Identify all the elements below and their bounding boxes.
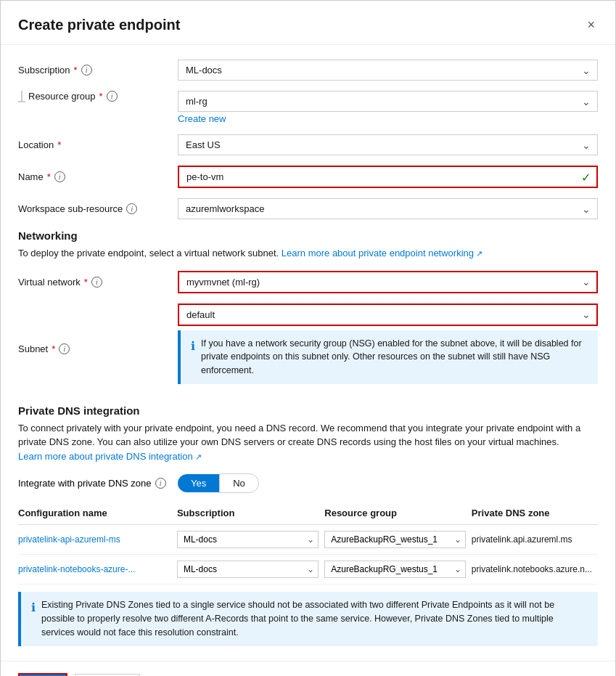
workspace-sub-resource-label: Workspace sub-resource i xyxy=(18,203,178,214)
dns-resource-group: AzureBackupRG_westus_1 xyxy=(324,525,472,555)
private-dns-section-desc: To connect privately with your private e… xyxy=(18,421,598,464)
resource-group-select-wrapper: ml-rg xyxy=(178,91,598,112)
virtual-network-control: myvmvnet (ml-rg) xyxy=(178,271,598,293)
resource-group-label: Resource group * i xyxy=(25,91,185,102)
virtual-network-row: Virtual network * i myvmvnet (ml-rg) xyxy=(18,271,598,293)
create-new-link[interactable]: Create new xyxy=(178,113,226,124)
location-control: East US xyxy=(178,134,598,155)
name-info-icon[interactable]: i xyxy=(54,171,65,182)
resource-group-section: Resource group * i ml-rg Create new xyxy=(18,91,598,124)
dns-subscription: ML-docs xyxy=(177,555,324,585)
subscription-select-wrapper: ML-docs xyxy=(178,60,598,81)
resource-group-info-icon[interactable]: i xyxy=(107,91,118,102)
col-config-header: Configuration name xyxy=(18,503,177,525)
virtual-network-select-wrapper: myvmvnet (ml-rg) xyxy=(178,271,598,293)
subscription-row: Subscription * i ML-docs xyxy=(18,60,598,81)
dialog-header: Create private endpoint × xyxy=(1,1,615,45)
dns-zone: privatelink.notebooks.azure.n... xyxy=(472,555,598,585)
subnet-info-icon[interactable]: i xyxy=(59,343,70,354)
location-label: Location * xyxy=(18,139,178,150)
dns-table-row: privatelink-notebooks-azure-... ML-docs … xyxy=(18,555,598,585)
dns-warning-box: ℹ Existing Private DNS Zones tied to a s… xyxy=(18,592,598,646)
networking-section-title: Networking xyxy=(18,229,598,242)
create-private-endpoint-dialog: Create private endpoint × Subscription *… xyxy=(0,0,616,676)
toggle-yes-button[interactable]: Yes xyxy=(178,474,219,492)
name-valid-icon: ✓ xyxy=(581,170,591,184)
subscription-info-icon[interactable]: i xyxy=(81,65,92,76)
discard-button[interactable]: Discard xyxy=(75,674,140,677)
virtual-network-label: Virtual network * i xyxy=(18,277,178,288)
col-sub-header: Subscription xyxy=(177,503,324,525)
name-input[interactable] xyxy=(178,166,598,188)
dns-table: Configuration name Subscription Resource… xyxy=(18,503,598,585)
private-dns-section-title: Private DNS integration xyxy=(18,404,598,417)
dns-config-name: privatelink-api-azureml-ms xyxy=(18,525,177,555)
subscription-label: Subscription * i xyxy=(18,65,178,76)
name-input-wrapper: ✓ xyxy=(178,166,598,188)
networking-learn-more-link[interactable]: Learn more about private endpoint networ… xyxy=(282,248,482,258)
workspace-sub-resource-select[interactable]: azuremlworkspace xyxy=(178,198,598,219)
integrate-label: Integrate with private DNS zone i xyxy=(18,478,178,489)
dns-subscription-select[interactable]: ML-docs xyxy=(177,531,319,548)
dns-table-row: privatelink-api-azureml-ms ML-docs Azure… xyxy=(18,525,598,555)
location-row: Location * East US xyxy=(18,134,598,155)
close-button[interactable]: × xyxy=(584,15,598,34)
virtual-network-info-icon[interactable]: i xyxy=(91,277,102,288)
subscription-required: * xyxy=(74,65,78,76)
workspace-sub-resource-control: azuremlworkspace xyxy=(178,198,598,219)
name-label: Name * i xyxy=(18,171,178,182)
location-select-wrapper: East US xyxy=(178,134,598,155)
subnet-row: Subnet * i default ℹ If you have a netwo… xyxy=(18,304,598,394)
toggle-no-button[interactable]: No xyxy=(219,473,259,493)
virtual-network-select[interactable]: myvmvnet (ml-rg) xyxy=(178,271,598,293)
resource-group-select[interactable]: ml-rg xyxy=(178,91,598,112)
subnet-control: default ℹ If you have a network security… xyxy=(178,304,598,394)
col-rg-header: Resource group xyxy=(324,503,472,525)
dns-rg-select[interactable]: AzureBackupRG_westus_1 xyxy=(324,531,466,548)
dialog-body: Subscription * i ML-docs Reso xyxy=(1,45,615,661)
dialog-footer: OK Discard xyxy=(1,661,615,677)
toggle-row: Integrate with private DNS zone i Yes No xyxy=(18,473,598,493)
dns-config-name: privatelink-notebooks-azure-... xyxy=(18,555,177,585)
subnet-select[interactable]: default xyxy=(178,304,598,326)
subnet-label: Subnet * i xyxy=(18,343,178,354)
nsg-info-icon: ℹ xyxy=(191,338,195,355)
name-control: ✓ xyxy=(178,166,598,188)
nsg-info-box: ℹ If you have a network security group (… xyxy=(178,330,598,384)
col-dns-header: Private DNS zone xyxy=(472,503,598,525)
toggle-group: Yes No xyxy=(178,473,259,493)
dns-warning-icon: ℹ xyxy=(31,599,36,616)
subnet-select-wrapper: default xyxy=(178,304,598,326)
dns-subscription-select[interactable]: ML-docs xyxy=(177,561,319,578)
subscription-control: ML-docs xyxy=(178,60,598,81)
workspace-sub-resource-select-wrapper: azuremlworkspace xyxy=(178,198,598,219)
dialog-title: Create private endpoint xyxy=(18,17,180,33)
private-dns-learn-more-link[interactable]: Learn more about private DNS integration xyxy=(18,451,202,462)
workspace-sub-resource-row: Workspace sub-resource i azuremlworkspac… xyxy=(18,198,598,219)
dns-resource-group: AzureBackupRG_westus_1 xyxy=(324,555,472,585)
dns-rg-select[interactable]: AzureBackupRG_westus_1 xyxy=(324,561,466,578)
workspace-sub-resource-info-icon[interactable]: i xyxy=(126,203,137,214)
resource-group-control: ml-rg Create new xyxy=(178,91,598,124)
name-row: Name * i ✓ xyxy=(18,166,598,188)
dns-subscription: ML-docs xyxy=(177,525,324,555)
integrate-info-icon[interactable]: i xyxy=(155,478,166,489)
ok-button[interactable]: OK xyxy=(18,673,67,677)
networking-section-desc: To deploy the private endpoint, select a… xyxy=(18,246,598,261)
subscription-select[interactable]: ML-docs xyxy=(178,60,598,81)
dns-zone: privatelink.api.azureml.ms xyxy=(472,525,598,555)
location-select[interactable]: East US xyxy=(178,134,598,155)
dns-table-header: Configuration name Subscription Resource… xyxy=(18,503,598,525)
